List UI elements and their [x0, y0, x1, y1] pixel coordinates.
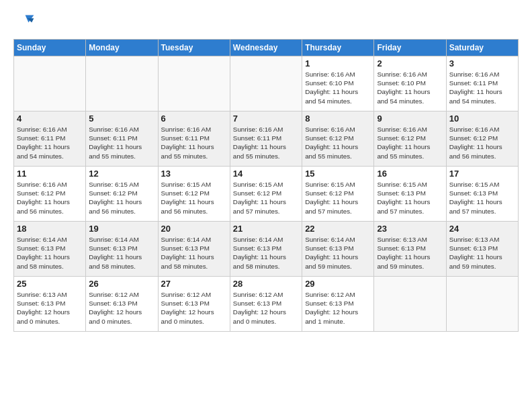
calendar-cell	[14, 56, 86, 111]
calendar-cell: 27Sunrise: 6:12 AM Sunset: 6:13 PM Dayli…	[158, 277, 230, 332]
day-info: Sunrise: 6:13 AM Sunset: 6:13 PM Dayligh…	[449, 235, 515, 271]
day-number: 19	[89, 224, 154, 234]
day-number: 22	[305, 224, 371, 234]
calendar-cell: 19Sunrise: 6:14 AM Sunset: 6:13 PM Dayli…	[86, 222, 158, 277]
day-number: 28	[233, 279, 299, 289]
day-info: Sunrise: 6:15 AM Sunset: 6:12 PM Dayligh…	[89, 180, 154, 216]
day-number: 21	[233, 224, 299, 234]
day-number: 3	[449, 58, 515, 68]
calendar-cell: 21Sunrise: 6:14 AM Sunset: 6:13 PM Dayli…	[230, 222, 302, 277]
day-info: Sunrise: 6:15 AM Sunset: 6:13 PM Dayligh…	[449, 180, 515, 216]
calendar-week-2: 4Sunrise: 6:16 AM Sunset: 6:11 PM Daylig…	[14, 111, 519, 167]
logo-icon	[13, 11, 35, 32]
day-number: 24	[449, 224, 515, 234]
calendar-cell: 14Sunrise: 6:15 AM Sunset: 6:12 PM Dayli…	[230, 167, 302, 222]
calendar-cell: 5Sunrise: 6:16 AM Sunset: 6:11 PM Daylig…	[86, 111, 158, 167]
calendar-cell: 28Sunrise: 6:12 AM Sunset: 6:13 PM Dayli…	[230, 277, 302, 332]
day-number: 9	[377, 113, 443, 124]
weekday-header-monday: Monday	[86, 40, 158, 56]
day-info: Sunrise: 6:15 AM Sunset: 6:12 PM Dayligh…	[233, 180, 299, 216]
day-number: 1	[305, 58, 371, 68]
calendar-cell: 17Sunrise: 6:15 AM Sunset: 6:13 PM Dayli…	[446, 167, 518, 222]
day-number: 17	[449, 169, 515, 179]
calendar-cell: 23Sunrise: 6:13 AM Sunset: 6:13 PM Dayli…	[374, 222, 446, 277]
day-number: 10	[449, 113, 515, 124]
calendar-cell: 4Sunrise: 6:16 AM Sunset: 6:11 PM Daylig…	[14, 111, 86, 167]
day-number: 27	[161, 279, 227, 289]
day-number: 7	[233, 113, 299, 124]
day-info: Sunrise: 6:16 AM Sunset: 6:11 PM Dayligh…	[161, 125, 227, 161]
day-info: Sunrise: 6:16 AM Sunset: 6:12 PM Dayligh…	[377, 125, 443, 161]
day-info: Sunrise: 6:12 AM Sunset: 6:13 PM Dayligh…	[89, 290, 154, 326]
calendar-cell: 3Sunrise: 6:16 AM Sunset: 6:11 PM Daylig…	[446, 56, 518, 111]
day-number: 20	[161, 224, 227, 234]
day-number: 16	[377, 169, 443, 179]
day-info: Sunrise: 6:16 AM Sunset: 6:12 PM Dayligh…	[305, 125, 371, 161]
calendar-cell	[446, 277, 518, 332]
calendar-week-5: 25Sunrise: 6:13 AM Sunset: 6:13 PM Dayli…	[14, 277, 519, 332]
day-number: 14	[233, 169, 299, 179]
day-info: Sunrise: 6:14 AM Sunset: 6:13 PM Dayligh…	[161, 235, 227, 271]
calendar: SundayMondayTuesdayWednesdayThursdayFrid…	[13, 39, 519, 332]
weekday-header-friday: Friday	[374, 40, 446, 56]
calendar-cell: 7Sunrise: 6:16 AM Sunset: 6:11 PM Daylig…	[230, 111, 302, 167]
calendar-cell: 2Sunrise: 6:16 AM Sunset: 6:10 PM Daylig…	[374, 56, 446, 111]
weekday-header-thursday: Thursday	[302, 40, 374, 56]
calendar-cell: 22Sunrise: 6:14 AM Sunset: 6:13 PM Dayli…	[302, 222, 374, 277]
day-info: Sunrise: 6:16 AM Sunset: 6:10 PM Dayligh…	[305, 70, 371, 105]
day-number: 5	[89, 113, 154, 124]
day-info: Sunrise: 6:14 AM Sunset: 6:13 PM Dayligh…	[89, 235, 154, 271]
calendar-cell	[158, 56, 230, 111]
calendar-cell	[374, 277, 446, 332]
calendar-cell	[86, 56, 158, 111]
calendar-cell: 9Sunrise: 6:16 AM Sunset: 6:12 PM Daylig…	[374, 111, 446, 167]
day-number: 6	[161, 113, 227, 124]
day-info: Sunrise: 6:14 AM Sunset: 6:13 PM Dayligh…	[17, 235, 83, 271]
weekday-header-sunday: Sunday	[14, 40, 86, 56]
day-info: Sunrise: 6:15 AM Sunset: 6:12 PM Dayligh…	[161, 180, 227, 216]
weekday-row: SundayMondayTuesdayWednesdayThursdayFrid…	[14, 40, 519, 56]
day-number: 18	[17, 224, 83, 234]
weekday-header-saturday: Saturday	[446, 40, 518, 56]
page: SundayMondayTuesdayWednesdayThursdayFrid…	[0, 0, 532, 338]
logo	[13, 11, 38, 32]
day-info: Sunrise: 6:16 AM Sunset: 6:10 PM Dayligh…	[377, 70, 443, 105]
calendar-cell: 18Sunrise: 6:14 AM Sunset: 6:13 PM Dayli…	[14, 222, 86, 277]
day-number: 12	[89, 169, 154, 179]
day-info: Sunrise: 6:16 AM Sunset: 6:11 PM Dayligh…	[17, 125, 83, 161]
day-info: Sunrise: 6:12 AM Sunset: 6:13 PM Dayligh…	[305, 290, 371, 326]
day-number: 2	[377, 58, 443, 68]
calendar-cell: 6Sunrise: 6:16 AM Sunset: 6:11 PM Daylig…	[158, 111, 230, 167]
calendar-week-1: 1Sunrise: 6:16 AM Sunset: 6:10 PM Daylig…	[14, 56, 519, 111]
day-number: 11	[17, 169, 83, 179]
day-info: Sunrise: 6:15 AM Sunset: 6:12 PM Dayligh…	[305, 180, 371, 216]
calendar-cell: 1Sunrise: 6:16 AM Sunset: 6:10 PM Daylig…	[302, 56, 374, 111]
day-info: Sunrise: 6:12 AM Sunset: 6:13 PM Dayligh…	[233, 290, 299, 326]
calendar-cell: 10Sunrise: 6:16 AM Sunset: 6:12 PM Dayli…	[446, 111, 518, 167]
calendar-cell: 29Sunrise: 6:12 AM Sunset: 6:13 PM Dayli…	[302, 277, 374, 332]
header-area	[13, 11, 519, 32]
day-number: 26	[89, 279, 154, 289]
calendar-cell: 20Sunrise: 6:14 AM Sunset: 6:13 PM Dayli…	[158, 222, 230, 277]
calendar-header: SundayMondayTuesdayWednesdayThursdayFrid…	[14, 40, 519, 56]
weekday-header-tuesday: Tuesday	[158, 40, 230, 56]
calendar-cell: 16Sunrise: 6:15 AM Sunset: 6:13 PM Dayli…	[374, 167, 446, 222]
day-info: Sunrise: 6:12 AM Sunset: 6:13 PM Dayligh…	[161, 290, 227, 326]
day-info: Sunrise: 6:16 AM Sunset: 6:11 PM Dayligh…	[89, 125, 154, 161]
day-number: 15	[305, 169, 371, 179]
weekday-header-wednesday: Wednesday	[230, 40, 302, 56]
calendar-cell	[230, 56, 302, 111]
calendar-cell: 15Sunrise: 6:15 AM Sunset: 6:12 PM Dayli…	[302, 167, 374, 222]
calendar-cell: 11Sunrise: 6:16 AM Sunset: 6:12 PM Dayli…	[14, 167, 86, 222]
day-info: Sunrise: 6:16 AM Sunset: 6:12 PM Dayligh…	[17, 180, 83, 216]
calendar-body: 1Sunrise: 6:16 AM Sunset: 6:10 PM Daylig…	[14, 56, 519, 332]
day-number: 8	[305, 113, 371, 124]
calendar-cell: 8Sunrise: 6:16 AM Sunset: 6:12 PM Daylig…	[302, 111, 374, 167]
day-info: Sunrise: 6:14 AM Sunset: 6:13 PM Dayligh…	[233, 235, 299, 271]
day-number: 4	[17, 113, 83, 124]
day-info: Sunrise: 6:16 AM Sunset: 6:12 PM Dayligh…	[449, 125, 515, 161]
day-number: 13	[161, 169, 227, 179]
day-info: Sunrise: 6:16 AM Sunset: 6:11 PM Dayligh…	[233, 125, 299, 161]
calendar-cell: 12Sunrise: 6:15 AM Sunset: 6:12 PM Dayli…	[86, 167, 158, 222]
day-info: Sunrise: 6:16 AM Sunset: 6:11 PM Dayligh…	[449, 70, 515, 105]
